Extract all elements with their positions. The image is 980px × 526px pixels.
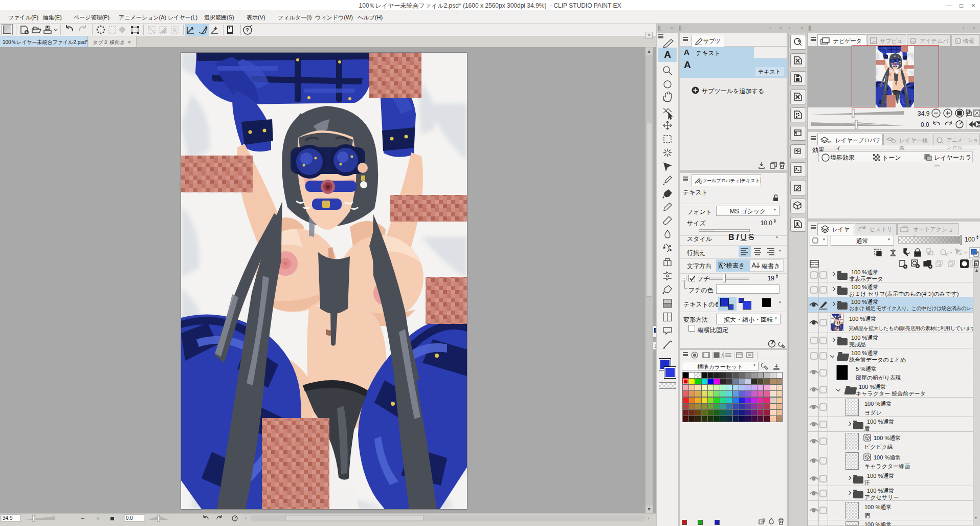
svg-text:xa: xa: [828, 140, 832, 144]
svg-text:?: ?: [246, 27, 249, 33]
svg-text:0.0: 0.0: [126, 515, 133, 521]
svg-text:カ: カ: [720, 353, 725, 358]
svg-text:›: ›: [648, 516, 649, 521]
svg-text:34.9: 34.9: [918, 110, 930, 117]
svg-text:‹: ‹: [245, 516, 247, 521]
svg-text:i: i: [957, 39, 959, 43]
svg-text:0.0: 0.0: [921, 121, 929, 128]
svg-text:34.9: 34.9: [3, 515, 13, 521]
svg-text:−: −: [81, 515, 84, 522]
svg-text:+: +: [96, 515, 100, 522]
